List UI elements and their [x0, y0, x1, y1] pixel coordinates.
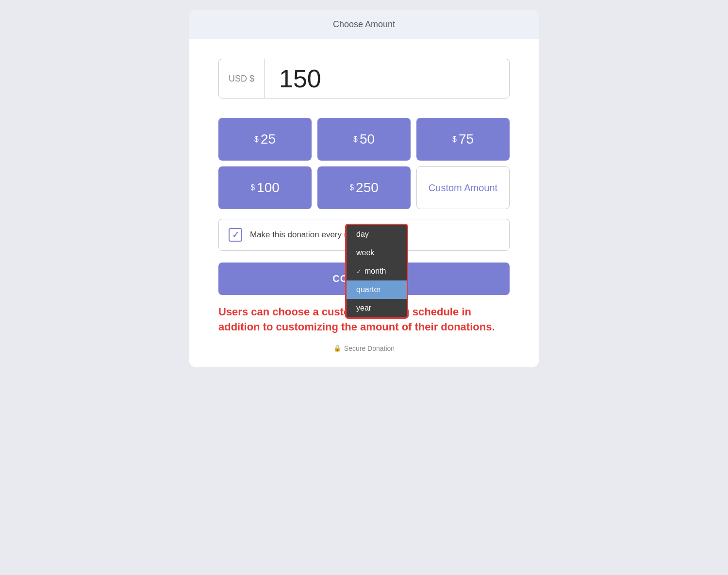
dropdown-option-day-label: day — [356, 230, 369, 239]
secure-text: Secure Donation — [344, 345, 395, 352]
dropdown-option-day[interactable]: day — [347, 225, 407, 244]
dropdown-option-year-label: year — [356, 304, 371, 312]
preset-btn-250[interactable]: $250 — [317, 166, 411, 209]
dropdown-option-quarter[interactable]: quarter — [347, 280, 407, 299]
secure-footer: 🔒 Secure Donation — [218, 345, 510, 352]
amount-input-wrapper: USD $ — [218, 59, 510, 99]
currency-label: USD $ — [219, 59, 265, 98]
frequency-dropdown[interactable]: day week ✓ month quarter year — [345, 224, 408, 319]
custom-amount-button[interactable]: Custom Amount — [416, 166, 510, 209]
dropdown-option-week[interactable]: week — [347, 244, 407, 262]
recurring-container: ✓ Make this donation every month day wee… — [218, 219, 510, 251]
check-icon: ✓ — [356, 268, 362, 275]
lock-icon: 🔒 — [333, 345, 341, 352]
checkmark-icon: ✓ — [232, 230, 239, 240]
dropdown-option-month[interactable]: ✓ month — [347, 262, 407, 280]
preset-btn-50[interactable]: $50 — [317, 118, 411, 161]
dropdown-option-month-label: month — [364, 267, 386, 276]
preset-grid: $25 $50 $75 $100 $250 Custom Amount — [218, 118, 510, 209]
recurring-checkbox[interactable]: ✓ — [229, 228, 242, 242]
checkbox-wrapper[interactable]: ✓ — [229, 228, 242, 242]
card-header: Choose Amount — [189, 10, 539, 39]
page-title: Choose Amount — [333, 19, 395, 29]
preset-btn-25[interactable]: $25 — [218, 118, 312, 161]
card-body: USD $ $25 $50 $75 $100 $250 Custom Amoun… — [189, 39, 539, 367]
dropdown-option-year[interactable]: year — [347, 299, 407, 317]
dropdown-option-week-label: week — [356, 248, 374, 257]
donation-card: Choose Amount USD $ $25 $50 $75 $100 $25… — [189, 10, 539, 367]
dropdown-option-quarter-label: quarter — [356, 285, 381, 294]
amount-input[interactable] — [265, 64, 510, 93]
preset-btn-75[interactable]: $75 — [416, 118, 510, 161]
preset-btn-100[interactable]: $100 — [218, 166, 312, 209]
